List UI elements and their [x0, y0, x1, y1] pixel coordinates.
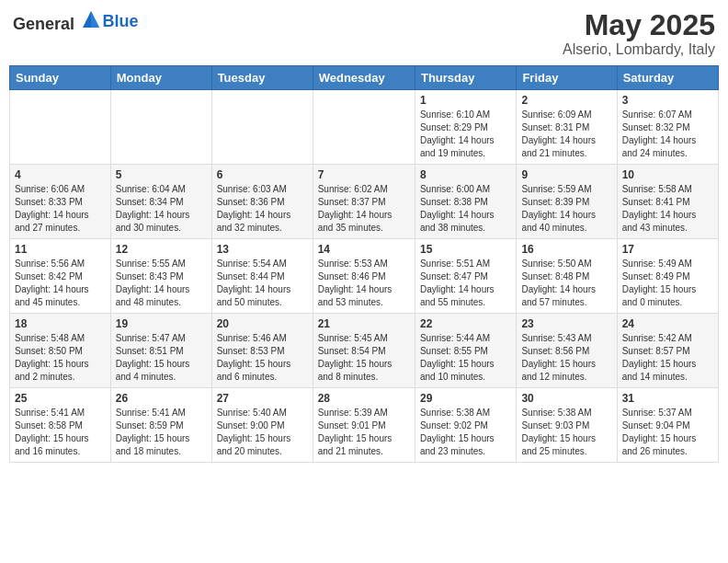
- day-number: 22: [420, 317, 511, 330]
- title-section: May 2025 Alserio, Lombardy, Italy: [563, 9, 715, 58]
- day-info: Sunrise: 5:56 AM Sunset: 8:42 PM Dayligh…: [15, 258, 106, 309]
- day-info: Sunrise: 5:39 AM Sunset: 9:01 PM Dayligh…: [318, 407, 410, 458]
- day-info: Sunrise: 6:02 AM Sunset: 8:37 PM Dayligh…: [318, 183, 410, 235]
- weekday-header: Wednesday: [313, 66, 415, 90]
- day-info: Sunrise: 5:43 AM Sunset: 8:56 PM Dayligh…: [521, 332, 611, 384]
- calendar-cell: [110, 90, 211, 165]
- weekday-header: Tuesday: [211, 66, 313, 90]
- calendar-cell: [313, 90, 415, 165]
- day-info: Sunrise: 6:09 AM Sunset: 8:31 PM Dayligh…: [521, 109, 611, 160]
- day-info: Sunrise: 5:59 AM Sunset: 8:39 PM Dayligh…: [521, 183, 611, 235]
- page-header: General Blue May 2025 Alserio, Lombardy,…: [9, 9, 719, 58]
- day-info: Sunrise: 5:38 AM Sunset: 9:02 PM Dayligh…: [420, 407, 511, 458]
- day-info: Sunrise: 6:03 AM Sunset: 8:36 PM Dayligh…: [217, 183, 308, 235]
- day-number: 28: [318, 392, 410, 405]
- day-info: Sunrise: 5:41 AM Sunset: 8:58 PM Dayligh…: [15, 407, 106, 458]
- weekday-header: Monday: [110, 66, 211, 90]
- calendar-cell: 29Sunrise: 5:38 AM Sunset: 9:02 PM Dayli…: [415, 388, 516, 463]
- day-number: 26: [116, 392, 207, 405]
- calendar-cell: 21Sunrise: 5:45 AM Sunset: 8:54 PM Dayli…: [313, 314, 415, 388]
- calendar-cell: 30Sunrise: 5:38 AM Sunset: 9:03 PM Dayli…: [517, 388, 617, 463]
- calendar-cell: 19Sunrise: 5:47 AM Sunset: 8:51 PM Dayli…: [110, 314, 211, 388]
- calendar-cell: 3Sunrise: 6:07 AM Sunset: 8:32 PM Daylig…: [617, 90, 718, 165]
- day-number: 18: [15, 317, 106, 330]
- calendar-week-row: 11Sunrise: 5:56 AM Sunset: 8:42 PM Dayli…: [10, 239, 719, 314]
- month-title: May 2025: [563, 9, 715, 41]
- logo-general: General: [13, 15, 74, 33]
- calendar-table: SundayMondayTuesdayWednesdayThursdayFrid…: [9, 65, 719, 463]
- calendar-cell: 8Sunrise: 6:00 AM Sunset: 8:38 PM Daylig…: [415, 165, 516, 239]
- logo-blue: Blue: [103, 12, 139, 30]
- calendar-cell: 2Sunrise: 6:09 AM Sunset: 8:31 PM Daylig…: [517, 90, 617, 165]
- calendar-week-row: 4Sunrise: 6:06 AM Sunset: 8:33 PM Daylig…: [10, 165, 719, 239]
- day-number: 7: [318, 168, 410, 181]
- calendar-cell: 13Sunrise: 5:54 AM Sunset: 8:44 PM Dayli…: [211, 239, 313, 314]
- day-info: Sunrise: 5:55 AM Sunset: 8:43 PM Dayligh…: [116, 258, 207, 309]
- calendar-cell: 9Sunrise: 5:59 AM Sunset: 8:39 PM Daylig…: [517, 165, 617, 239]
- calendar-week-row: 1Sunrise: 6:10 AM Sunset: 8:29 PM Daylig…: [10, 90, 719, 165]
- calendar-cell: 25Sunrise: 5:41 AM Sunset: 8:58 PM Dayli…: [10, 388, 111, 463]
- day-number: 2: [521, 94, 611, 107]
- day-info: Sunrise: 5:48 AM Sunset: 8:50 PM Dayligh…: [15, 332, 106, 384]
- weekday-header: Saturday: [617, 66, 718, 90]
- day-number: 4: [15, 168, 106, 181]
- day-info: Sunrise: 5:37 AM Sunset: 9:04 PM Dayligh…: [622, 407, 713, 458]
- calendar-cell: 10Sunrise: 5:58 AM Sunset: 8:41 PM Dayli…: [617, 165, 718, 239]
- day-number: 14: [318, 243, 410, 256]
- day-number: 6: [217, 168, 308, 181]
- calendar-cell: 11Sunrise: 5:56 AM Sunset: 8:42 PM Dayli…: [10, 239, 111, 314]
- day-number: 20: [217, 317, 308, 330]
- day-number: 16: [521, 243, 611, 256]
- calendar-cell: 12Sunrise: 5:55 AM Sunset: 8:43 PM Dayli…: [110, 239, 211, 314]
- day-info: Sunrise: 5:49 AM Sunset: 8:49 PM Dayligh…: [622, 258, 713, 309]
- calendar-cell: 24Sunrise: 5:42 AM Sunset: 8:57 PM Dayli…: [617, 314, 718, 388]
- day-number: 29: [420, 392, 511, 405]
- day-number: 31: [622, 392, 713, 405]
- day-info: Sunrise: 6:10 AM Sunset: 8:29 PM Dayligh…: [420, 109, 511, 160]
- day-info: Sunrise: 5:41 AM Sunset: 8:59 PM Dayligh…: [116, 407, 207, 458]
- calendar-cell: 5Sunrise: 6:04 AM Sunset: 8:34 PM Daylig…: [110, 165, 211, 239]
- calendar-cell: 26Sunrise: 5:41 AM Sunset: 8:59 PM Dayli…: [110, 388, 211, 463]
- day-info: Sunrise: 5:42 AM Sunset: 8:57 PM Dayligh…: [622, 332, 713, 384]
- day-info: Sunrise: 6:04 AM Sunset: 8:34 PM Dayligh…: [116, 183, 207, 235]
- day-number: 15: [420, 243, 511, 256]
- calendar-cell: 15Sunrise: 5:51 AM Sunset: 8:47 PM Dayli…: [415, 239, 516, 314]
- calendar-cell: 7Sunrise: 6:02 AM Sunset: 8:37 PM Daylig…: [313, 165, 415, 239]
- day-info: Sunrise: 5:44 AM Sunset: 8:55 PM Dayligh…: [420, 332, 511, 384]
- day-number: 1: [420, 94, 511, 107]
- svg-marker-1: [91, 11, 99, 28]
- calendar-cell: 16Sunrise: 5:50 AM Sunset: 8:48 PM Dayli…: [517, 239, 617, 314]
- day-info: Sunrise: 6:00 AM Sunset: 8:38 PM Dayligh…: [420, 183, 511, 235]
- day-info: Sunrise: 5:50 AM Sunset: 8:48 PM Dayligh…: [521, 258, 611, 309]
- day-info: Sunrise: 5:45 AM Sunset: 8:54 PM Dayligh…: [318, 332, 410, 384]
- day-number: 21: [318, 317, 410, 330]
- calendar-cell: 6Sunrise: 6:03 AM Sunset: 8:36 PM Daylig…: [211, 165, 313, 239]
- day-info: Sunrise: 5:40 AM Sunset: 9:00 PM Dayligh…: [217, 407, 308, 458]
- day-number: 5: [116, 168, 207, 181]
- day-info: Sunrise: 5:54 AM Sunset: 8:44 PM Dayligh…: [217, 258, 308, 309]
- day-number: 19: [116, 317, 207, 330]
- day-info: Sunrise: 6:06 AM Sunset: 8:33 PM Dayligh…: [15, 183, 106, 235]
- day-number: 25: [15, 392, 106, 405]
- calendar-cell: [10, 90, 111, 165]
- calendar-cell: 31Sunrise: 5:37 AM Sunset: 9:04 PM Dayli…: [617, 388, 718, 463]
- calendar-cell: [211, 90, 313, 165]
- calendar-cell: 20Sunrise: 5:46 AM Sunset: 8:53 PM Dayli…: [211, 314, 313, 388]
- day-info: Sunrise: 5:47 AM Sunset: 8:51 PM Dayligh…: [116, 332, 207, 384]
- calendar-cell: 23Sunrise: 5:43 AM Sunset: 8:56 PM Dayli…: [517, 314, 617, 388]
- day-info: Sunrise: 5:46 AM Sunset: 8:53 PM Dayligh…: [217, 332, 308, 384]
- calendar-cell: 1Sunrise: 6:10 AM Sunset: 8:29 PM Daylig…: [415, 90, 516, 165]
- calendar-cell: 28Sunrise: 5:39 AM Sunset: 9:01 PM Dayli…: [313, 388, 415, 463]
- logo-icon: [81, 9, 101, 29]
- day-info: Sunrise: 6:07 AM Sunset: 8:32 PM Dayligh…: [622, 109, 713, 160]
- calendar-week-row: 25Sunrise: 5:41 AM Sunset: 8:58 PM Dayli…: [10, 388, 719, 463]
- calendar-cell: 22Sunrise: 5:44 AM Sunset: 8:55 PM Dayli…: [415, 314, 516, 388]
- day-info: Sunrise: 5:53 AM Sunset: 8:46 PM Dayligh…: [318, 258, 410, 309]
- weekday-header: Friday: [517, 66, 617, 90]
- day-info: Sunrise: 5:38 AM Sunset: 9:03 PM Dayligh…: [521, 407, 611, 458]
- calendar-week-row: 18Sunrise: 5:48 AM Sunset: 8:50 PM Dayli…: [10, 314, 719, 388]
- calendar-cell: 17Sunrise: 5:49 AM Sunset: 8:49 PM Dayli…: [617, 239, 718, 314]
- day-number: 13: [217, 243, 308, 256]
- day-info: Sunrise: 5:51 AM Sunset: 8:47 PM Dayligh…: [420, 258, 511, 309]
- day-number: 17: [622, 243, 713, 256]
